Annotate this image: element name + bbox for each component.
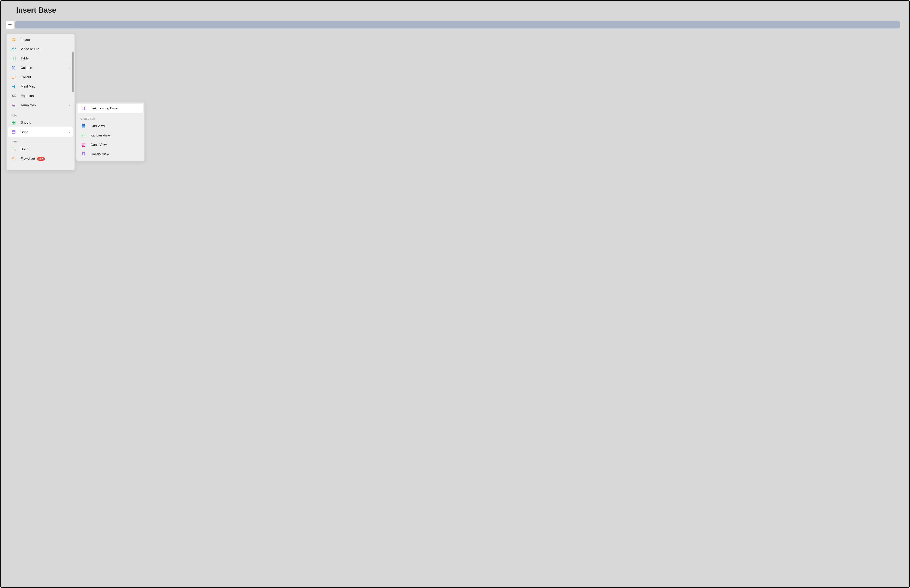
base-link-icon [81,106,86,111]
menu-item-label: Board [21,147,70,151]
new-block-placeholder[interactable] [15,21,900,29]
svg-rect-19 [82,134,83,136]
sheets-icon [11,120,16,125]
svg-rect-20 [84,134,84,136]
menu-item-label: Templates [21,103,68,107]
svg-rect-11 [12,157,13,158]
svg-point-12 [14,159,15,160]
svg-point-16 [82,109,83,110]
submenu-item-label: Kanban View [91,134,140,137]
equation-icon: TEX [11,94,16,98]
svg-rect-17 [82,124,85,128]
menu-item-flowchart[interactable]: FlowchartNew [8,154,73,163]
svg-rect-24 [82,145,84,146]
menu-section-data: Data [6,111,74,118]
menu-item-equation[interactable]: TEX Equation [8,91,73,100]
submenu-item-grid-view[interactable]: Grid View [78,121,143,131]
menu-item-templates[interactable]: Templates › [8,100,73,110]
menu-item-label: Video or File [21,47,70,51]
menu-section-draw: Draw [6,138,74,145]
menu-item-label: Column [21,66,68,70]
column-icon [11,66,16,70]
insert-block-menu: Image Video or File Table › Column › [6,34,75,170]
menu-item-video-file[interactable]: Video or File [8,44,73,54]
submenu-item-gantt-view[interactable]: Gantt View [78,140,143,150]
plus-icon [8,22,12,28]
chevron-right-icon: › [68,66,70,70]
submenu-item-label: Gallery View [91,152,140,156]
svg-rect-22 [82,144,84,144]
chevron-right-icon: › [68,130,70,134]
new-badge: New [37,157,45,161]
menu-item-column[interactable]: Column › [8,63,73,73]
chevron-right-icon: › [68,121,70,125]
menu-item-label: Mind Map [21,85,70,89]
chevron-right-icon: › [68,103,70,108]
board-icon [11,147,16,152]
svg-rect-6 [12,78,14,79]
submenu-item-gallery-view[interactable]: Gallery View [78,150,143,159]
submenu-item-kanban-view[interactable]: Kanban View [78,131,143,140]
flowchart-icon [11,157,16,161]
svg-rect-25 [82,153,85,156]
menu-item-callout[interactable]: Callout [8,73,73,82]
svg-rect-4 [14,66,15,69]
menu-item-base[interactable]: Base › [8,127,73,137]
templates-icon [11,103,16,108]
svg-rect-28 [82,154,84,155]
menu-item-mindmap[interactable]: Mind Map [8,82,73,91]
gantt-view-icon [81,142,86,147]
page-title: Insert Base [16,6,900,15]
svg-point-7 [12,104,14,106]
submenu-item-link-existing[interactable]: Link Existing Base [78,104,143,113]
menu-item-label: Sheets [21,121,68,124]
image-icon [11,37,16,42]
attach-icon [11,47,16,52]
menu-item-label: FlowchartNew [21,157,70,161]
menu-item-label: Equation [21,94,70,98]
submenu-section-create: Create new [76,114,144,121]
svg-rect-5 [12,76,15,78]
submenu-item-label: Gantt View [91,143,140,147]
base-icon [11,130,16,134]
mindmap-icon [11,84,16,89]
menu-item-label: Callout [21,75,70,79]
kanban-view-icon [81,133,86,138]
menu-item-label: Table [21,57,68,60]
menu-item-table[interactable]: Table › [8,54,73,63]
menu-item-label: Image [21,38,70,42]
svg-point-15 [82,108,83,108]
svg-rect-26 [82,153,84,154]
svg-rect-9 [12,131,15,134]
menu-item-image[interactable]: Image [8,35,73,44]
grid-view-icon [81,124,86,128]
svg-rect-3 [12,66,13,69]
svg-point-1 [13,39,13,40]
submenu-item-label: Link Existing Base [91,107,140,110]
menu-item-board[interactable]: Board [8,145,73,154]
base-submenu: Link Existing Base Create new Grid View … [76,102,144,161]
svg-rect-23 [83,145,84,145]
chevron-right-icon: › [68,57,70,61]
menu-item-label: Base [21,130,68,134]
submenu-item-label: Grid View [91,124,140,128]
svg-rect-18 [82,134,85,137]
callout-icon [11,75,16,79]
menu-item-sheets[interactable]: Sheets › [8,118,73,127]
svg-rect-27 [84,153,85,154]
svg-point-14 [82,107,83,108]
svg-rect-29 [84,154,85,155]
svg-rect-2 [12,57,15,60]
insert-plus-button[interactable] [6,21,14,29]
insert-line-row [6,21,900,29]
gallery-view-icon [81,152,86,157]
table-icon [11,56,16,61]
